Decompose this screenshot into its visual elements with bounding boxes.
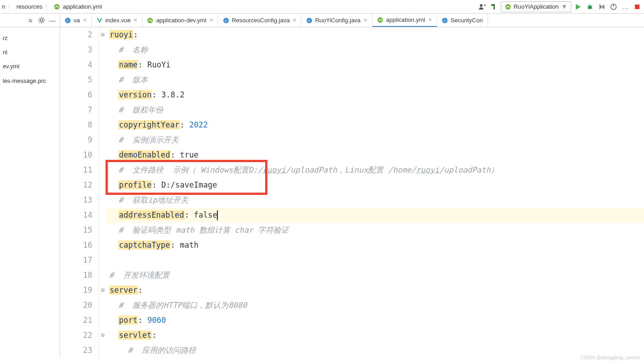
tab-appdev[interactable]: application-dev.yml✕ xyxy=(142,14,218,27)
project-file[interactable]: les-message.prc xyxy=(3,74,60,88)
close-icon[interactable]: ✕ xyxy=(83,17,87,23)
editor-tabstrip[interactable]: Cva✕index.vue✕application-dev.yml✕CResou… xyxy=(60,14,644,27)
code-line[interactable]: # 实例演示开关 xyxy=(106,133,644,148)
fold-marker[interactable]: ⊟ xyxy=(99,328,106,343)
code-line[interactable]: captchaType: math xyxy=(106,238,644,253)
line-number[interactable]: 21 xyxy=(60,313,92,328)
fold-marker[interactable] xyxy=(99,238,106,253)
fold-marker[interactable] xyxy=(99,102,106,117)
line-number[interactable]: 19 xyxy=(60,283,92,298)
tab-rycfg[interactable]: CRuoYiConfig.java✕ xyxy=(302,14,372,27)
project-file-list[interactable]: rznlev.ymlles-message.prc xyxy=(0,27,60,88)
code-line[interactable]: # 应用的访问路径 xyxy=(106,343,644,358)
coverage-icon[interactable] xyxy=(597,2,607,12)
fold-marker[interactable] xyxy=(99,253,106,268)
code-line[interactable]: # 服务器的HTTP端口，默认为8080 xyxy=(106,298,644,313)
fold-gutter[interactable]: ⊟⊟⊟ xyxy=(99,27,106,358)
attach-icon[interactable]: … xyxy=(620,2,630,12)
code-line[interactable]: server: xyxy=(106,283,644,298)
code-line[interactable]: profile: D:/saveImage xyxy=(106,178,644,193)
code-line[interactable]: addressEnabled: false xyxy=(106,208,644,223)
fold-marker[interactable] xyxy=(99,117,106,133)
fold-marker[interactable]: ⊟ xyxy=(99,283,106,298)
line-number[interactable]: 10 xyxy=(60,148,92,163)
code-content[interactable]: ruoyi: # 名称 name: RuoYi # 版本 version: 3.… xyxy=(106,27,644,358)
line-number[interactable]: 18 xyxy=(60,268,92,283)
line-number[interactable]: 22 xyxy=(60,328,92,343)
close-icon[interactable]: ✕ xyxy=(363,17,367,23)
breadcrumb-file[interactable]: application.yml xyxy=(63,3,102,10)
minimize-icon[interactable]: — xyxy=(48,16,57,25)
line-number[interactable]: 4 xyxy=(60,57,92,72)
debug-icon[interactable] xyxy=(585,2,595,12)
line-number-gutter[interactable]: 234567891011121314151617181920212223 xyxy=(60,27,99,358)
fold-marker[interactable] xyxy=(99,87,106,102)
code-line[interactable]: # 开发环境配置 xyxy=(106,268,644,283)
close-icon[interactable]: ✕ xyxy=(209,17,213,23)
breadcrumb-item[interactable]: n xyxy=(2,3,5,10)
line-number[interactable]: 17 xyxy=(60,253,92,268)
close-icon[interactable]: ✕ xyxy=(428,17,432,23)
project-file[interactable]: ev.yml xyxy=(3,59,60,73)
fold-marker[interactable] xyxy=(99,268,106,283)
tab-va[interactable]: Cva✕ xyxy=(60,14,92,27)
gear-icon[interactable] xyxy=(37,16,46,25)
fold-marker[interactable] xyxy=(99,163,106,178)
profile-icon[interactable] xyxy=(609,2,619,12)
line-number[interactable]: 3 xyxy=(60,42,92,57)
code-line[interactable]: copyrightYear: 2022 xyxy=(106,117,644,133)
fold-marker[interactable] xyxy=(99,193,106,208)
code-line[interactable]: demoEnabled: true xyxy=(106,148,644,163)
fold-marker[interactable] xyxy=(99,208,106,223)
code-line[interactable]: port: 9060 xyxy=(106,313,644,328)
stop-icon[interactable] xyxy=(632,2,642,12)
fold-marker[interactable] xyxy=(99,313,106,328)
fold-marker[interactable]: ⊟ xyxy=(99,27,106,42)
line-number[interactable]: 8 xyxy=(60,117,92,133)
line-number[interactable]: 6 xyxy=(60,87,92,102)
code-line[interactable]: # 文件路径 示例（ Windows配置D:/ruoyi/uploadPath，… xyxy=(106,163,644,178)
code-editor[interactable]: 234567891011121314151617181920212223 ⊟⊟⊟… xyxy=(60,27,644,358)
line-number[interactable]: 23 xyxy=(60,343,92,358)
line-number[interactable]: 15 xyxy=(60,223,92,238)
code-line[interactable]: version: 3.8.2 xyxy=(106,87,644,102)
project-file[interactable]: rz xyxy=(3,31,60,45)
line-number[interactable]: 7 xyxy=(60,102,92,117)
code-line[interactable]: # 验证码类型 math 数组计算 char 字符验证 xyxy=(106,223,644,238)
fold-marker[interactable] xyxy=(99,72,106,87)
line-number[interactable]: 14 xyxy=(60,208,92,223)
fold-marker[interactable] xyxy=(99,148,106,163)
user-add-icon[interactable]: ▾ xyxy=(477,2,487,12)
line-number[interactable]: 20 xyxy=(60,298,92,313)
tab-rescfg[interactable]: CResourcesConfig.java✕ xyxy=(218,14,302,27)
code-line[interactable]: ruoyi: xyxy=(106,27,644,42)
code-line[interactable]: name: RuoYi xyxy=(106,57,644,72)
run-icon[interactable] xyxy=(573,2,583,12)
breadcrumb-item[interactable]: resources xyxy=(16,3,42,10)
code-line[interactable]: servlet: xyxy=(106,328,644,343)
close-icon[interactable]: ✕ xyxy=(292,17,297,23)
tab-appyml[interactable]: application.yml✕ xyxy=(372,14,437,27)
line-number[interactable]: 2 xyxy=(60,27,92,42)
code-line[interactable] xyxy=(106,253,644,268)
line-number[interactable]: 12 xyxy=(60,178,92,193)
line-number[interactable]: 13 xyxy=(60,193,92,208)
fold-marker[interactable] xyxy=(99,343,106,358)
line-number[interactable]: 16 xyxy=(60,238,92,253)
code-line[interactable]: # 获取ip地址开关 xyxy=(106,193,644,208)
tab-index[interactable]: index.vue✕ xyxy=(92,14,143,27)
collapse-icon[interactable]: ≡ xyxy=(26,16,35,25)
fold-marker[interactable] xyxy=(99,178,106,193)
code-line[interactable]: # 版本 xyxy=(106,72,644,87)
fold-marker[interactable] xyxy=(99,223,106,238)
line-number[interactable]: 9 xyxy=(60,133,92,148)
code-line[interactable]: # 名称 xyxy=(106,42,644,57)
hammer-icon[interactable] xyxy=(489,2,499,12)
breadcrumb[interactable]: n 〉 resources 〉 application.yml xyxy=(2,3,102,11)
fold-marker[interactable] xyxy=(99,133,106,148)
line-number[interactable]: 11 xyxy=(60,163,92,178)
run-config-select[interactable]: RuoYiApplication ▼ xyxy=(501,1,571,12)
project-file[interactable]: nl xyxy=(3,45,60,59)
fold-marker[interactable] xyxy=(99,42,106,57)
code-line[interactable]: # 版权年份 xyxy=(106,102,644,117)
